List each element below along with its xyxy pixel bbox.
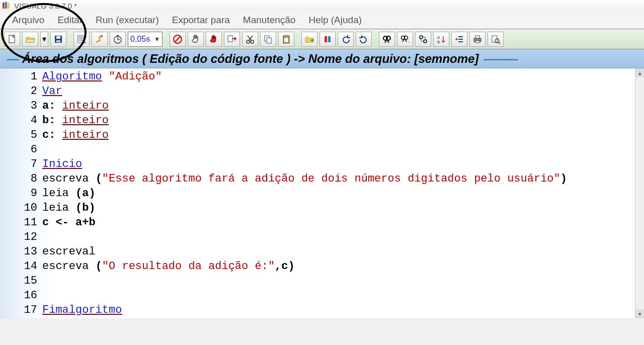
folder-button[interactable] xyxy=(301,32,317,47)
step-button[interactable] xyxy=(224,32,240,47)
line-code[interactable]: Algoritmo "Adição" xyxy=(42,69,162,84)
code-line[interactable]: 2Var xyxy=(0,84,644,99)
svg-rect-6 xyxy=(56,40,60,42)
code-line[interactable]: 15 xyxy=(0,274,644,288)
debug-button[interactable] xyxy=(92,32,108,47)
menu-manutencao[interactable]: Manutenção xyxy=(241,13,298,28)
svg-rect-26 xyxy=(285,35,288,37)
svg-rect-29 xyxy=(328,36,331,42)
line-code[interactable]: escreva ("O resultado da adição é:",c) xyxy=(42,259,295,274)
menu-run[interactable]: Run (executar) xyxy=(94,13,161,28)
toolbar: ▾ 0,05s ▼ xyxy=(0,29,644,49)
titlebar: VISUALG 3.0.7.0 * xyxy=(0,0,644,11)
sort-button[interactable]: AB xyxy=(433,32,449,47)
svg-rect-48 xyxy=(475,41,479,43)
line-code[interactable]: c <- a+b xyxy=(42,215,96,230)
line-code[interactable]: escreva ("Esse algoritmo fará a adição d… xyxy=(42,171,567,186)
line-code[interactable]: Inicio xyxy=(42,157,82,171)
replace-button[interactable] xyxy=(415,32,431,47)
menu-help[interactable]: Help (Ajuda) xyxy=(306,13,364,28)
svg-point-40 xyxy=(424,40,427,43)
line-number: 14 xyxy=(0,259,42,274)
line-number: 6 xyxy=(0,142,42,157)
menu-editar[interactable]: Editar xyxy=(55,13,85,28)
line-code[interactable]: b: inteiro xyxy=(42,113,109,128)
code-line[interactable]: 12 xyxy=(0,230,644,244)
banner-text: Área dos algoritmos ( Edição do código f… xyxy=(22,52,478,66)
hand-button[interactable] xyxy=(188,32,204,47)
line-number: 2 xyxy=(0,84,42,99)
timer-button[interactable] xyxy=(110,32,126,47)
svg-text:B: B xyxy=(437,40,440,44)
code-line[interactable]: 5c: inteiro xyxy=(0,128,644,142)
code-line[interactable]: 14escreva ("O resultado da adição é:",c) xyxy=(0,259,644,274)
svg-rect-7 xyxy=(78,36,84,43)
code-line[interactable]: 8escreva ("Esse algoritmo fará a adição … xyxy=(0,171,644,186)
code-line[interactable]: 7Inicio xyxy=(0,157,644,171)
line-number: 3 xyxy=(0,99,42,113)
menu-arquivo[interactable]: Arquivo xyxy=(10,13,46,28)
line-code[interactable]: leia (b) xyxy=(42,201,96,215)
code-line[interactable]: 9leia (a) xyxy=(0,186,644,201)
line-code[interactable]: a: inteiro xyxy=(42,99,109,113)
code-panel: — Área dos algoritmos ( Edição do código… xyxy=(0,49,644,318)
app-icon xyxy=(2,1,11,10)
code-line[interactable]: 17Fimalgoritmo xyxy=(0,303,644,317)
undo-button[interactable] xyxy=(338,32,354,47)
code-line[interactable]: 6 xyxy=(0,142,644,157)
code-line[interactable]: 13escreval xyxy=(0,244,644,259)
scroll-down-icon[interactable]: ▾ xyxy=(635,309,644,318)
line-code[interactable]: Fimalgoritmo xyxy=(42,303,122,317)
line-code[interactable]: Var xyxy=(42,84,62,99)
open-file-button[interactable] xyxy=(22,32,38,47)
open-dropdown-button[interactable]: ▾ xyxy=(40,32,48,47)
svg-rect-24 xyxy=(267,38,271,43)
indent-button[interactable] xyxy=(451,32,467,47)
print-button[interactable] xyxy=(469,32,486,47)
line-code[interactable]: leia (a) xyxy=(42,186,96,201)
menu-exportar[interactable]: Exportar para xyxy=(170,13,232,28)
code-line[interactable]: 16 xyxy=(0,288,644,303)
code-editor[interactable]: 1Algoritmo "Adição"2Var3a: inteiro4b: in… xyxy=(0,68,644,318)
paste-button[interactable] xyxy=(278,32,294,47)
code-line[interactable]: 11c <- a+b xyxy=(0,215,644,230)
bookmark-button[interactable] xyxy=(319,32,336,47)
code-line[interactable]: 1Algoritmo "Adição" xyxy=(0,69,644,84)
svg-rect-47 xyxy=(475,36,479,38)
code-line[interactable]: 10leia (b) xyxy=(0,201,644,215)
scroll-up-icon[interactable]: ▴ xyxy=(635,68,644,77)
line-number: 12 xyxy=(0,230,42,244)
svg-rect-27 xyxy=(284,38,288,42)
code-line[interactable]: 4b: inteiro xyxy=(0,113,644,128)
svg-point-20 xyxy=(251,40,254,43)
line-number: 8 xyxy=(0,171,42,186)
svg-rect-5 xyxy=(56,36,60,39)
line-number: 7 xyxy=(0,157,42,171)
line-code[interactable]: escreval xyxy=(42,244,96,259)
list-button[interactable] xyxy=(73,32,90,47)
svg-rect-28 xyxy=(325,36,327,42)
redo-button[interactable] xyxy=(356,32,372,47)
speed-combo[interactable]: 0,05s ▼ xyxy=(128,32,163,47)
preview-button[interactable] xyxy=(488,32,504,47)
line-number: 1 xyxy=(0,69,42,84)
line-number: 5 xyxy=(0,128,42,142)
line-number: 4 xyxy=(0,113,42,128)
stop-button[interactable] xyxy=(170,32,186,47)
app-title: VISUALG 3.0.7.0 * xyxy=(14,2,77,10)
save-button[interactable] xyxy=(50,32,66,47)
svg-point-11 xyxy=(101,35,103,37)
svg-rect-15 xyxy=(117,35,119,36)
find-next-button[interactable]: → xyxy=(397,32,413,47)
line-number: 16 xyxy=(0,288,42,303)
code-line[interactable]: 3a: inteiro xyxy=(0,99,644,113)
hand-stop-button[interactable] xyxy=(206,32,222,47)
find-button[interactable] xyxy=(379,32,395,47)
line-number: 10 xyxy=(0,201,42,215)
copy-button[interactable] xyxy=(260,32,276,47)
line-code[interactable]: c: inteiro xyxy=(42,128,109,142)
vertical-scrollbar[interactable]: ▴ ▾ xyxy=(635,68,644,318)
line-number: 11 xyxy=(0,215,42,230)
cut-button[interactable] xyxy=(242,32,258,47)
new-file-button[interactable] xyxy=(4,32,20,47)
